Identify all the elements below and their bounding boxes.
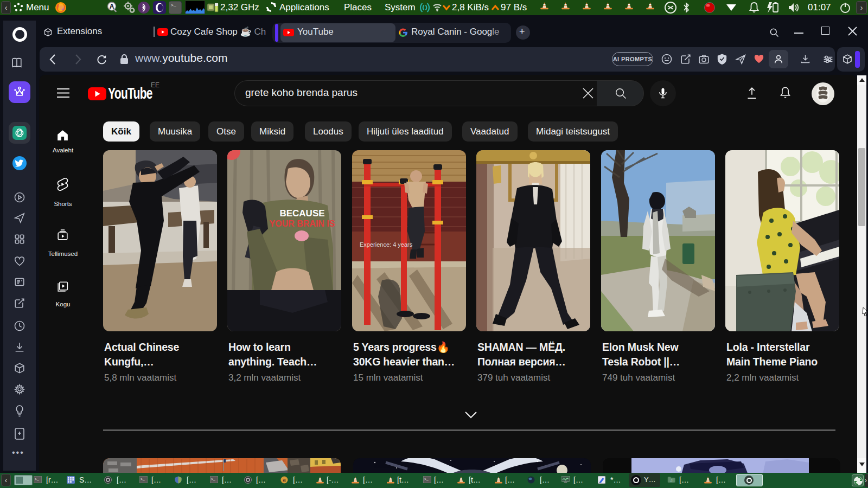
svg-text:♫: ♫ [670, 478, 673, 482]
svg-text:>_: >_ [211, 478, 215, 481]
svg-text:YOUR BRAIN IS: YOUR BRAIN IS [270, 219, 335, 228]
svg-text:>_: >_ [35, 478, 39, 481]
svg-text:>_: >_ [424, 478, 429, 481]
svg-text:BECAUSE: BECAUSE [279, 208, 324, 219]
svg-text:>_: >_ [171, 3, 176, 8]
svg-text:Experience: 4 years: Experience: 4 years [360, 241, 413, 248]
svg-text:>_: >_ [141, 478, 145, 481]
svg-text:A: A [110, 3, 114, 10]
